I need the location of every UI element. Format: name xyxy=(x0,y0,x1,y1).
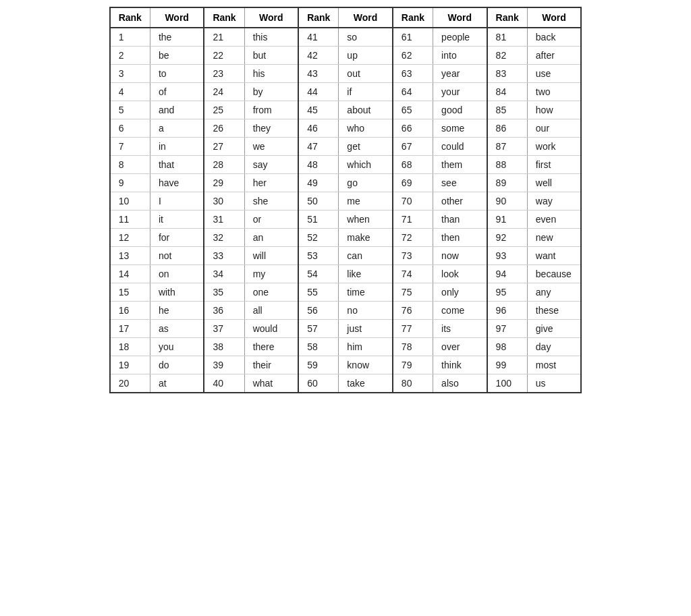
rank-cell: 51 xyxy=(299,211,339,229)
rank-cell: 87 xyxy=(488,138,528,156)
rank-cell: 32 xyxy=(204,229,244,247)
table-row: 1the xyxy=(111,28,204,47)
table-row: 73now xyxy=(393,247,487,265)
rank-cell: 13 xyxy=(111,247,150,265)
table-row: 30she xyxy=(204,192,298,211)
header-rank-4: Rank xyxy=(393,8,433,28)
table-row: 27we xyxy=(204,138,298,156)
table-row: 61people xyxy=(393,28,487,47)
rank-cell: 69 xyxy=(393,174,433,192)
word-table-2: RankWord21this22but23his24by25from26they… xyxy=(204,8,299,392)
rank-cell: 48 xyxy=(299,156,339,174)
rank-cell: 8 xyxy=(111,156,150,174)
table-row: 21this xyxy=(204,28,298,47)
table-row: 20at xyxy=(111,374,204,393)
rank-cell: 22 xyxy=(204,47,244,65)
rank-cell: 93 xyxy=(488,247,528,265)
word-cell: good xyxy=(433,101,487,119)
rank-cell: 75 xyxy=(393,283,433,302)
table-row: 50me xyxy=(299,192,393,211)
main-container: RankWord1the2be3to4of5and6a7in8that9have… xyxy=(109,7,582,393)
word-cell: us xyxy=(527,374,581,393)
word-cell: then xyxy=(433,229,487,247)
rank-cell: 41 xyxy=(299,28,339,47)
word-cell: a xyxy=(150,119,204,138)
word-cell: of xyxy=(150,83,204,101)
word-cell: in xyxy=(150,138,204,156)
word-cell: all xyxy=(244,302,298,320)
word-cell: them xyxy=(433,156,487,174)
table-row: 5and xyxy=(111,101,204,119)
rank-cell: 44 xyxy=(299,83,339,101)
rank-cell: 90 xyxy=(488,192,528,211)
header-word-5: Word xyxy=(527,8,581,28)
table-row: 82after xyxy=(488,47,582,65)
rank-cell: 71 xyxy=(393,211,433,229)
word-cell: by xyxy=(244,83,298,101)
table-row: 13not xyxy=(111,247,204,265)
table-row: 80also xyxy=(393,374,487,393)
word-cell: year xyxy=(433,65,487,83)
table-row: 44if xyxy=(299,83,393,101)
rank-cell: 11 xyxy=(111,211,150,229)
table-row: 98day xyxy=(488,338,582,356)
word-cell: day xyxy=(527,338,581,356)
rank-cell: 72 xyxy=(393,229,433,247)
rank-cell: 34 xyxy=(204,265,244,283)
word-cell: time xyxy=(339,283,393,302)
table-row: 71than xyxy=(393,211,487,229)
word-table-3: RankWord41so42up43out44if45about46who47g… xyxy=(299,8,393,392)
rank-cell: 70 xyxy=(393,192,433,211)
header-rank-2: Rank xyxy=(204,8,244,28)
table-row: 23his xyxy=(204,65,298,83)
rank-cell: 30 xyxy=(204,192,244,211)
word-cell: these xyxy=(527,302,581,320)
word-cell: there xyxy=(244,338,298,356)
table-row: 100us xyxy=(488,374,582,393)
rank-cell: 79 xyxy=(393,356,433,374)
rank-cell: 99 xyxy=(488,356,528,374)
rank-cell: 17 xyxy=(111,320,150,338)
table-row: 90way xyxy=(488,192,582,211)
table-row: 51when xyxy=(299,211,393,229)
rank-cell: 36 xyxy=(204,302,244,320)
rank-cell: 73 xyxy=(393,247,433,265)
word-cell: see xyxy=(433,174,487,192)
rank-cell: 58 xyxy=(299,338,339,356)
rank-cell: 23 xyxy=(204,65,244,83)
table-row: 18you xyxy=(111,338,204,356)
word-cell: say xyxy=(244,156,298,174)
word-cell: now xyxy=(433,247,487,265)
table-row: 83use xyxy=(488,65,582,83)
table-row: 35one xyxy=(204,283,298,302)
rank-cell: 74 xyxy=(393,265,433,283)
rank-cell: 89 xyxy=(488,174,528,192)
table-row: 36all xyxy=(204,302,298,320)
table-row: 6a xyxy=(111,119,204,138)
rank-cell: 76 xyxy=(393,302,433,320)
rank-cell: 39 xyxy=(204,356,244,374)
table-row: 14on xyxy=(111,265,204,283)
table-row: 81back xyxy=(488,28,582,47)
word-cell: for xyxy=(150,229,204,247)
table-row: 69see xyxy=(393,174,487,192)
word-cell: into xyxy=(433,47,487,65)
table-row: 76come xyxy=(393,302,487,320)
table-row: 67could xyxy=(393,138,487,156)
table-row: 52make xyxy=(299,229,393,247)
rank-cell: 96 xyxy=(488,302,528,320)
word-cell: because xyxy=(527,265,581,283)
word-cell: no xyxy=(339,302,393,320)
word-cell: who xyxy=(339,119,393,138)
rank-cell: 1 xyxy=(111,28,150,47)
word-cell: the xyxy=(150,28,204,47)
word-cell: up xyxy=(339,47,393,65)
rank-cell: 62 xyxy=(393,47,433,65)
word-cell: back xyxy=(527,28,581,47)
word-cell: not xyxy=(150,247,204,265)
word-cell: that xyxy=(150,156,204,174)
word-cell: their xyxy=(244,356,298,374)
rank-cell: 57 xyxy=(299,320,339,338)
rank-cell: 98 xyxy=(488,338,528,356)
word-cell: its xyxy=(433,320,487,338)
